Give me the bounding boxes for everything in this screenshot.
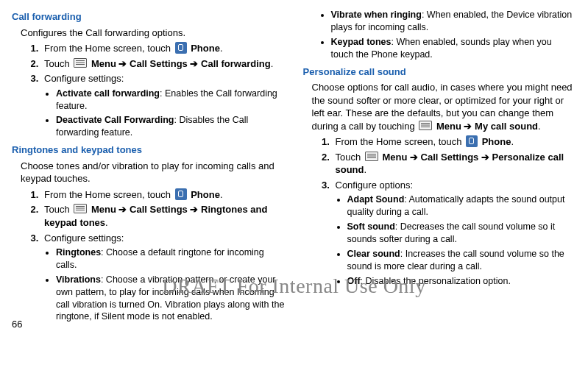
cf-step-1: From the Home screen, touch Phone. — [41, 42, 286, 55]
label: Activate call forwarding — [56, 88, 160, 99]
label: Adapt Sound — [347, 194, 405, 205]
label: Vibrate when ringing — [331, 10, 422, 20]
rt-bullet-vibrations: Vibrations: Choose a vibration pattern, … — [56, 274, 286, 324]
text: . — [220, 189, 223, 200]
rt-step-2: Touch Menu ➔ Call Settings ➔ Ringtones a… — [41, 203, 286, 229]
label: Keypad tones — [331, 37, 392, 47]
rt-step-3: Configure settings: Ringtones: Choose a … — [41, 232, 286, 324]
rt-bullet-keypad-tones: Keypad tones: When enabled, sounds play … — [331, 36, 577, 61]
cf-bullet-activate: Activate call forwarding: Enables the Ca… — [56, 88, 286, 113]
phone-icon — [175, 188, 187, 200]
pc-bullet-off: Off: Disables the personalization option… — [347, 275, 577, 288]
page-columns: Call forwarding Configures the Call forw… — [12, 9, 576, 327]
pc-bullets: Adapt Sound: Automatically adapts the so… — [336, 194, 577, 287]
intro-personalize: Choose options for call audio, in cases … — [312, 81, 577, 132]
label: Menu ➔ Call Settings ➔ Call forwarding — [91, 58, 271, 69]
right-column: Vibrate when ringing: When enabled, the … — [303, 9, 577, 327]
pc-step-3: Configure options: Adapt Sound: Automati… — [333, 179, 577, 288]
menu-icon — [365, 152, 378, 161]
left-column: Call forwarding Configures the Call forw… — [12, 9, 286, 327]
cf-bullet-deactivate: Deactivate Call Forwarding: Disables the… — [56, 114, 286, 139]
text: Configure options: — [336, 180, 414, 191]
phone-icon — [466, 135, 478, 147]
menu-icon — [74, 204, 87, 213]
pc-step-2: Touch Menu ➔ Call Settings ➔ Personalize… — [333, 151, 577, 177]
label: Off — [347, 276, 361, 286]
label: Vibrations — [56, 274, 101, 285]
cf-bullets: Activate call forwarding: Enables the Ca… — [44, 88, 286, 140]
menu-icon — [74, 58, 87, 68]
intro-ringtones: Choose tones and/or vibration to play fo… — [21, 160, 286, 185]
text: Touch — [44, 204, 72, 215]
label: Deactivate Call Forwarding — [56, 115, 174, 125]
heading-call-forwarding: Call forwarding — [12, 10, 286, 24]
text: . — [105, 217, 108, 228]
text: . — [220, 43, 223, 54]
heading-personalize: Personalize call sound — [303, 65, 577, 79]
rt-bullets-continued: Vibrate when ringing: When enabled, the … — [303, 9, 577, 61]
text: From the Home screen, touch — [44, 43, 174, 54]
cf-step-2: Touch Menu ➔ Call Settings ➔ Call forwar… — [41, 57, 286, 71]
menu-icon — [419, 121, 432, 130]
page-number: 66 — [12, 318, 22, 331]
text: . — [511, 136, 514, 147]
pc-bullet-adapt: Adapt Sound: Automatically adapts the so… — [347, 194, 577, 219]
label: Phone — [482, 136, 511, 147]
phone-icon — [175, 42, 187, 54]
text: Configure settings: — [44, 232, 124, 244]
rt-step-1: From the Home screen, touch Phone. — [41, 188, 286, 202]
text: . — [364, 164, 367, 175]
intro-call-forwarding: Configures the Call forwarding options. — [21, 26, 286, 40]
rt-bullet-ringtones: Ringtones: Choose a default ringtone for… — [56, 246, 286, 271]
label: Soft sound — [347, 221, 395, 232]
text: From the Home screen, touch — [336, 136, 465, 147]
text: Configure settings: — [44, 73, 124, 84]
text: . — [538, 121, 541, 132]
text: From the Home screen, touch — [44, 189, 174, 200]
label: Clear sound — [347, 249, 400, 259]
pc-bullet-clear: Clear sound: Increases the call sound vo… — [347, 248, 577, 273]
label: Phone — [191, 43, 220, 54]
steps-call-forwarding: From the Home screen, touch Phone. Touch… — [12, 42, 286, 139]
steps-ringtones: From the Home screen, touch Phone. Touch… — [12, 188, 286, 323]
text: . — [271, 58, 274, 69]
pc-step-1: From the Home screen, touch Phone. — [333, 135, 577, 149]
rt-bullet-vibrate-ringing: Vibrate when ringing: When enabled, the … — [331, 9, 577, 34]
cf-step-3: Configure settings: Activate call forwar… — [41, 72, 286, 139]
label: Ringtones — [56, 247, 101, 258]
text: Touch — [44, 58, 72, 69]
heading-ringtones: Ringtones and keypad tones — [12, 143, 286, 157]
text: : Disables the personalization option. — [361, 276, 511, 286]
label: Menu ➔ My call sound — [436, 121, 538, 132]
rt-bullets: Ringtones: Choose a default ringtone for… — [44, 246, 286, 323]
steps-personalize: From the Home screen, touch Phone. Touch… — [303, 135, 577, 287]
pc-bullet-soft: Soft sound: Decreases the call sound vol… — [347, 221, 577, 246]
text: Touch — [336, 152, 364, 163]
label: Phone — [191, 189, 220, 200]
